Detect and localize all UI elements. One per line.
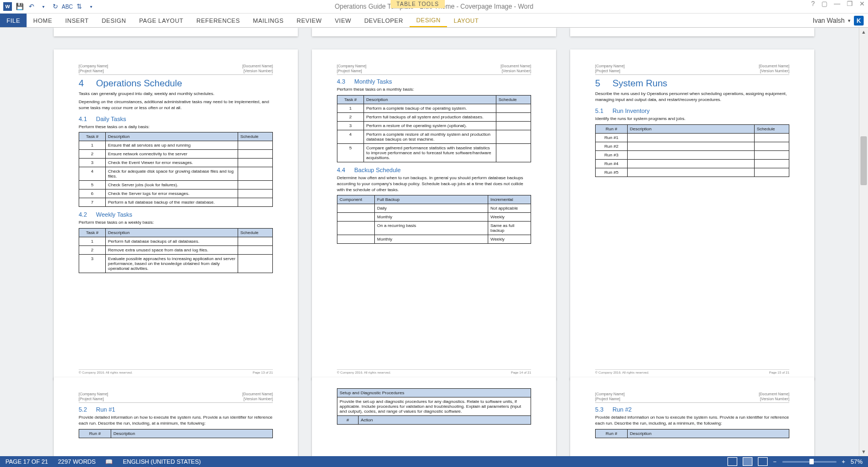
tab-insert[interactable]: INSERT	[59, 14, 95, 28]
tab-table-design[interactable]: DESIGN	[410, 14, 447, 28]
minimize-icon[interactable]: —	[834, 0, 840, 8]
qat-customize-icon[interactable]: ▾	[87, 2, 95, 11]
help-icon[interactable]: ?	[811, 0, 815, 8]
tab-home[interactable]: HOME	[27, 14, 59, 28]
user-avatar[interactable]: K	[854, 16, 864, 26]
tab-design[interactable]: DESIGN	[95, 14, 132, 28]
restore-icon[interactable]: ❐	[847, 0, 853, 8]
quick-access-toolbar: W 💾 ↶ ▾ ↻ ABC ⇅ ▾	[0, 2, 99, 11]
title-bar: W 💾 ↶ ▾ ↻ ABC ⇅ ▾ Operations Guide Templ…	[0, 0, 868, 14]
ribbon-display-icon[interactable]: ▢	[821, 0, 827, 8]
redo-icon[interactable]: ↻	[51, 2, 60, 11]
spelling-icon[interactable]: ABC	[63, 2, 72, 11]
tab-file[interactable]: FILE	[0, 14, 27, 28]
document-canvas[interactable]: [Company Name][Project Name] [Document N…	[0, 27, 868, 28]
contextual-tab-label: TABLE TOOLS	[391, 0, 445, 8]
user-account[interactable]: Ivan Walsh ▾ K	[813, 14, 864, 28]
page-prev-2[interactable]	[312, 28, 556, 28]
tab-table-layout[interactable]: LAYOUT	[447, 14, 485, 28]
tab-references[interactable]: REFERENCES	[190, 14, 246, 28]
window-controls: ? ▢ — ❐ ✕	[811, 0, 865, 8]
undo-more-icon[interactable]: ▾	[39, 2, 48, 11]
save-icon[interactable]: 💾	[15, 2, 24, 11]
scroll-up-icon[interactable]: ▲	[859, 28, 868, 28]
user-name: Ivan Walsh	[813, 17, 845, 24]
tab-page-layout[interactable]: PAGE LAYOUT	[133, 14, 190, 28]
vertical-scrollbar[interactable]: ▲ ▼	[859, 28, 868, 28]
page-prev-3[interactable]	[570, 28, 814, 28]
word-icon: W	[3, 2, 12, 11]
close-icon[interactable]: ✕	[859, 0, 865, 8]
touch-mode-icon[interactable]: ⇅	[75, 2, 84, 11]
tab-review[interactable]: REVIEW	[290, 14, 328, 28]
user-dropdown-icon[interactable]: ▾	[848, 18, 851, 23]
ribbon-tabs: FILE HOME INSERT DESIGN PAGE LAYOUT REFE…	[0, 14, 868, 28]
tab-view[interactable]: VIEW	[328, 14, 358, 28]
tab-developer[interactable]: DEVELOPER	[358, 14, 410, 28]
tab-mailings[interactable]: MAILINGS	[246, 14, 290, 28]
page-prev-1[interactable]	[54, 28, 298, 28]
undo-icon[interactable]: ↶	[27, 2, 36, 11]
